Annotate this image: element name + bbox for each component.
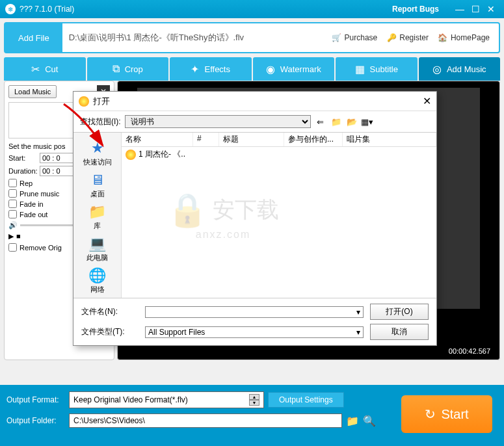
sidebar-pc[interactable]: 💻此电脑 <box>73 233 121 264</box>
close-button[interactable]: ✕ <box>483 4 499 14</box>
tab-cut[interactable]: ✂Cut <box>4 57 86 81</box>
refresh-icon: ↻ <box>425 406 436 422</box>
load-music-button[interactable]: Load Music <box>8 85 57 98</box>
app-logo-icon: ❄ <box>5 4 16 14</box>
tab-effects[interactable]: ✦Effects <box>170 57 252 81</box>
filename-input[interactable]: ▾ <box>145 306 364 318</box>
output-folder-label: Output Folder: <box>7 416 65 425</box>
up-icon[interactable]: 📁 <box>330 116 342 127</box>
scissors-icon: ✂ <box>31 63 40 75</box>
repeat-checkbox[interactable] <box>8 179 17 187</box>
start-button[interactable]: ↻Start <box>401 395 492 433</box>
dialog-icon <box>79 96 89 107</box>
file-list-item[interactable]: 1 周杰伦- 《.. <box>122 147 436 162</box>
filetype-select[interactable]: All Support Files▾ <box>145 326 364 338</box>
music-icon: ◎ <box>432 63 442 75</box>
fadeout-checkbox[interactable] <box>8 210 17 218</box>
tab-add-music[interactable]: ◎Add Music <box>419 57 501 81</box>
col-num[interactable]: # <box>193 133 219 146</box>
title-bar: ❄ ??? 7.1.0 (Trial) Report Bugs — ☐ ✕ <box>0 0 504 18</box>
dialog-close-button[interactable]: ✕ <box>423 95 431 107</box>
list-header: 名称 # 标题 参与创作的... 唱片集 <box>122 133 436 147</box>
prune-checkbox[interactable] <box>8 189 17 198</box>
drop-icon: ◉ <box>266 63 275 75</box>
homepage-link[interactable]: 🏠HomePage <box>438 33 490 43</box>
timestamp-label: 00:00:42.567 <box>446 347 493 356</box>
subtitle-icon: ▦ <box>355 63 365 75</box>
add-file-button[interactable]: Add File <box>5 23 62 52</box>
register-link[interactable]: 🔑Register <box>386 33 429 43</box>
key-icon: 🔑 <box>386 33 397 43</box>
look-in-select[interactable]: 说明书 <box>125 115 311 128</box>
window-title: ??? 7.1.0 (Trial) <box>20 5 392 14</box>
look-in-label: 查找范围(I): <box>80 116 121 127</box>
file-open-dialog: 打开 ✕ 查找范围(I): 说明书 ⇐ 📁 📂 ▦▾ ★快速访问 🖥桌面 📁库 … <box>73 91 437 346</box>
wand-icon: ✦ <box>191 63 199 75</box>
tab-subtitle[interactable]: ▦Subtitle <box>336 57 418 81</box>
col-artist[interactable]: 参与创作的... <box>284 133 343 146</box>
fadein-checkbox[interactable] <box>8 200 17 208</box>
search-folder-icon[interactable]: 🔍 <box>363 415 376 427</box>
crop-icon: ⧉ <box>113 63 120 75</box>
output-format-select[interactable]: Keep Original Video Format(*.flv)▲▼ <box>69 391 264 408</box>
remove-orig-checkbox[interactable] <box>8 243 17 252</box>
open-button[interactable]: 打开(O) <box>370 304 429 320</box>
filetype-label: 文件类型(T): <box>81 326 139 337</box>
col-name[interactable]: 名称 <box>122 133 193 146</box>
tab-crop[interactable]: ⧉Crop <box>87 57 169 81</box>
cart-icon: 🛒 <box>332 33 342 43</box>
tab-bar: ✂Cut ⧉Crop ✦Effects ◉Watermark ▦Subtitle… <box>4 57 500 81</box>
globe-icon: 🌐 <box>87 267 108 285</box>
newfolder-icon[interactable]: 📂 <box>346 116 358 127</box>
stop-button[interactable]: ■ <box>16 232 21 241</box>
play-button[interactable]: ▶ <box>8 232 14 241</box>
star-icon: ★ <box>87 139 108 157</box>
watermark-overlay: 🔒安下载 anxz.com <box>167 191 279 241</box>
viewmode-icon[interactable]: ▦▾ <box>362 116 373 127</box>
dialog-sidebar: ★快速访问 🖥桌面 📁库 💻此电脑 🌐网络 <box>73 133 122 298</box>
filename-label: 文件名(N): <box>81 306 139 317</box>
dialog-title: 打开 <box>93 96 110 107</box>
file-toolbar: Add File D:\桌面\说明书\1 周杰伦-《听TheShy的话》.flv… <box>4 22 500 53</box>
file-icon <box>126 150 136 160</box>
output-format-label: Output Format: <box>7 395 65 404</box>
bottom-bar: Output Format: Keep Original Video Forma… <box>0 385 504 446</box>
purchase-link[interactable]: 🛒Purchase <box>332 33 378 43</box>
file-path-label: D:\桌面\说明书\1 周杰伦-《听TheShy的话》.flv <box>62 32 332 44</box>
sidebar-library[interactable]: 📁库 <box>73 202 121 232</box>
back-icon[interactable]: ⇐ <box>315 116 326 127</box>
col-title[interactable]: 标题 <box>219 133 284 146</box>
pc-icon: 💻 <box>87 235 108 253</box>
col-album[interactable]: 唱片集 <box>343 133 436 146</box>
folder-icon: 📁 <box>87 203 108 221</box>
sidebar-desktop[interactable]: 🖥桌面 <box>73 170 121 200</box>
output-settings-button[interactable]: Output Settings <box>268 392 344 408</box>
tab-watermark[interactable]: ◉Watermark <box>253 57 335 81</box>
home-icon: 🏠 <box>438 33 448 43</box>
browse-folder-icon[interactable]: 📁 <box>346 415 359 427</box>
minimize-button[interactable]: — <box>452 4 468 14</box>
output-folder-input[interactable]: C:\Users\CS\Videos\ <box>69 413 342 428</box>
cancel-button[interactable]: 取消 <box>370 324 429 340</box>
maximize-button[interactable]: ☐ <box>468 4 483 14</box>
speaker-icon: 🔊 <box>8 221 18 230</box>
desktop-icon: 🖥 <box>87 171 108 189</box>
sidebar-quick-access[interactable]: ★快速访问 <box>73 138 121 168</box>
sidebar-network[interactable]: 🌐网络 <box>73 265 121 296</box>
file-list: 名称 # 标题 参与创作的... 唱片集 1 周杰伦- 《.. 🔒安下载 anx… <box>122 133 436 298</box>
report-bugs-link[interactable]: Report Bugs <box>392 5 439 14</box>
